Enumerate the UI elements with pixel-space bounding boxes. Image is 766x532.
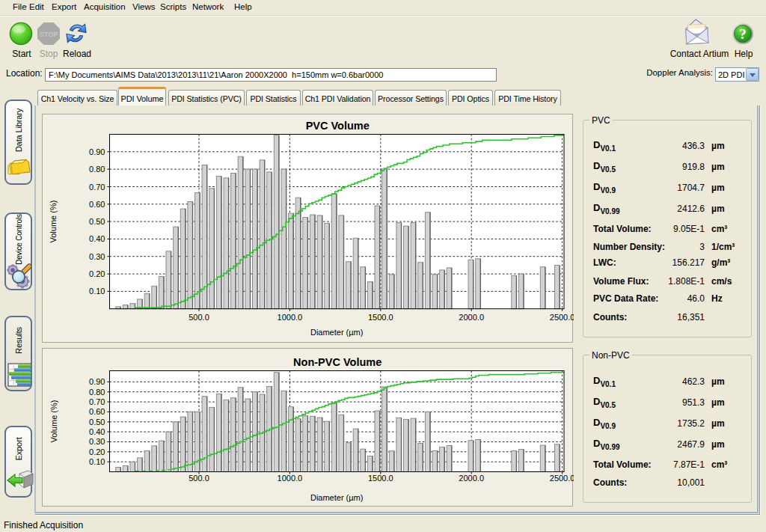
svg-text:0.20: 0.20 [89, 269, 105, 278]
svg-text:0.90: 0.90 [89, 147, 105, 156]
svg-text:STOP: STOP [40, 31, 58, 38]
svg-text:0.70: 0.70 [89, 183, 105, 192]
svg-text:0.40: 0.40 [89, 427, 105, 436]
svg-text:2500.0: 2500.0 [550, 313, 574, 322]
svg-text:500.0: 500.0 [189, 474, 209, 483]
svg-text:Non-PVC Volume: Non-PVC Volume [293, 355, 382, 367]
svg-text:0.20: 0.20 [89, 447, 105, 456]
svg-text:0.70: 0.70 [89, 397, 105, 406]
svg-text:PVC Volume: PVC Volume [306, 120, 370, 132]
svg-text:1500.0: 1500.0 [368, 313, 393, 322]
svg-text:0.10: 0.10 [89, 457, 105, 466]
svg-text:0.50: 0.50 [89, 417, 105, 426]
svg-text:0.50: 0.50 [89, 217, 105, 226]
svg-text:0.80: 0.80 [89, 387, 105, 396]
svg-text:Volume (%): Volume (%) [49, 400, 58, 442]
svg-text:0.30: 0.30 [89, 252, 105, 261]
svg-text:Volume (%): Volume (%) [49, 201, 58, 243]
svg-text:0.60: 0.60 [89, 407, 105, 416]
svg-text:0.30: 0.30 [89, 437, 105, 446]
svg-text:0.10: 0.10 [89, 287, 105, 296]
svg-text:Diameter (µm): Diameter (µm) [310, 492, 364, 501]
svg-text:1500.0: 1500.0 [368, 474, 393, 483]
svg-text:Diameter (µm): Diameter (µm) [310, 328, 364, 337]
svg-text:2500.0: 2500.0 [550, 474, 574, 483]
svg-text:?: ? [739, 26, 747, 42]
svg-text:0.60: 0.60 [89, 200, 105, 209]
svg-text:1000.0: 1000.0 [278, 474, 303, 483]
svg-text:2000.0: 2000.0 [459, 313, 484, 322]
svg-text:500.0: 500.0 [189, 313, 209, 322]
svg-text:2000.0: 2000.0 [459, 474, 484, 483]
svg-text:0.40: 0.40 [89, 234, 105, 243]
svg-text:0.90: 0.90 [89, 377, 105, 386]
svg-text:1000.0: 1000.0 [278, 313, 303, 322]
svg-text:0.80: 0.80 [89, 165, 105, 174]
